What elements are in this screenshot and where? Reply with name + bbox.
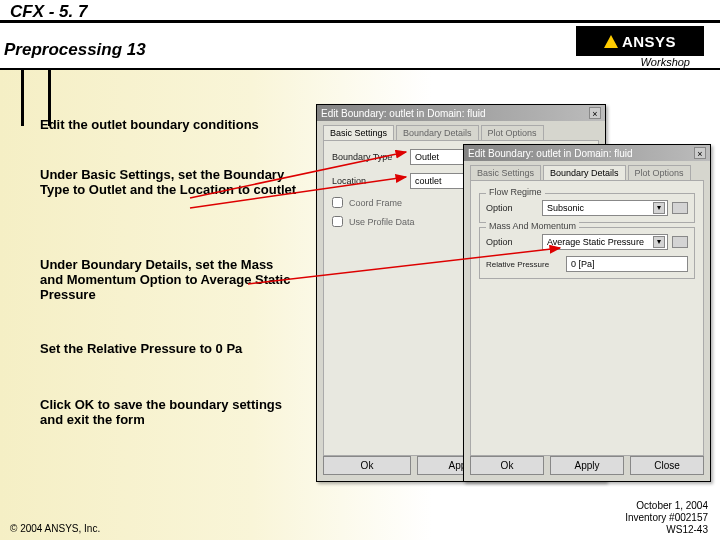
title-line-1: CFX - 5. 7: [10, 2, 87, 22]
edit-boundary-dialog-details: Edit Boundary: outlet in Domain: fluid ×…: [463, 144, 711, 482]
chevron-down-icon[interactable]: ▾: [653, 236, 665, 248]
instruction-4: Set the Relative Pressure to 0 Pa: [40, 342, 300, 357]
header-divider: [0, 20, 720, 23]
flow-option-label: Option: [486, 203, 536, 213]
instruction-5: Click OK to save the boundary settings a…: [40, 398, 300, 428]
dialog2-title: Edit Boundary: outlet in Domain: fluid: [468, 148, 633, 159]
mm-option-value: Average Static Pressure: [547, 237, 644, 247]
footer-inventory: Inventory #002157: [625, 512, 708, 524]
instruction-2: Under Basic Settings, set the Boundary T…: [40, 168, 300, 198]
location-value: coutlet: [415, 176, 442, 186]
boundary-type-label: Boundary Type: [332, 152, 404, 162]
chevron-down-icon[interactable]: ▾: [653, 202, 665, 214]
footer-meta: October 1, 2004 Inventory #002157 WS12-4…: [625, 500, 708, 536]
flow-option-value: Subsonic: [547, 203, 584, 213]
instruction-1: Edit the outlet boundary conditions: [40, 118, 300, 133]
mass-momentum-group: Mass And Momentum Option Average Static …: [479, 227, 695, 279]
relative-pressure-input[interactable]: [566, 256, 688, 272]
location-label: Location: [332, 176, 404, 186]
tab-basic-settings[interactable]: Basic Settings: [323, 125, 394, 140]
coord-frame-checkbox[interactable]: Coord Frame: [332, 197, 402, 208]
dialog1-title: Edit Boundary: outlet in Domain: fluid: [321, 108, 486, 119]
close-icon[interactable]: ×: [589, 107, 601, 119]
tab-plot-options[interactable]: Plot Options: [628, 165, 691, 180]
tab-boundary-details[interactable]: Boundary Details: [543, 165, 626, 180]
logo-triangle-icon: [604, 35, 618, 48]
apply-button[interactable]: Apply: [550, 456, 624, 475]
ok-button[interactable]: Ok: [470, 456, 544, 475]
dialog2-panel: Flow Regime Option Subsonic ▾ Mass And M…: [470, 180, 704, 456]
mass-momentum-title: Mass And Momentum: [486, 221, 579, 231]
use-profile-data-check[interactable]: [332, 216, 343, 227]
mm-option-dropdown[interactable]: Average Static Pressure ▾: [542, 234, 668, 250]
mm-expand-button[interactable]: [672, 236, 688, 248]
dialog2-buttons: Ok Apply Close: [470, 456, 704, 475]
coord-frame-check[interactable]: [332, 197, 343, 208]
use-profile-data-checkbox[interactable]: Use Profile Data: [332, 216, 415, 227]
flow-regime-group: Flow Regime Option Subsonic ▾: [479, 193, 695, 223]
instruction-3: Under Boundary Details, set the Mass and…: [40, 258, 300, 303]
footer-page: WS12-43: [625, 524, 708, 536]
dialog2-titlebar[interactable]: Edit Boundary: outlet in Domain: fluid ×: [464, 145, 710, 161]
dialog1-tabs: Basic Settings Boundary Details Plot Opt…: [317, 121, 605, 140]
footer-date: October 1, 2004: [625, 500, 708, 512]
tab-basic-settings[interactable]: Basic Settings: [470, 165, 541, 180]
close-icon[interactable]: ×: [694, 147, 706, 159]
header: CFX - 5. 7 Preprocessing 13 ANSYS Worksh…: [0, 0, 720, 70]
ansys-logo: ANSYS: [576, 26, 704, 56]
boundary-type-value: Outlet: [415, 152, 439, 162]
ok-button[interactable]: Ok: [323, 456, 411, 475]
tab-boundary-details[interactable]: Boundary Details: [396, 125, 479, 140]
close-button[interactable]: Close: [630, 456, 704, 475]
workshop-label: Workshop: [640, 56, 690, 68]
mm-option-label: Option: [486, 237, 536, 247]
logo-text: ANSYS: [622, 33, 676, 50]
flow-regime-title: Flow Regime: [486, 187, 545, 197]
decorative-vline-1: [21, 70, 24, 126]
dialog1-titlebar[interactable]: Edit Boundary: outlet in Domain: fluid ×: [317, 105, 605, 121]
footer-copyright: © 2004 ANSYS, Inc.: [10, 523, 100, 534]
flow-regime-expand-button[interactable]: [672, 202, 688, 214]
tab-plot-options[interactable]: Plot Options: [481, 125, 544, 140]
dialog2-tabs: Basic Settings Boundary Details Plot Opt…: [464, 161, 710, 180]
title-line-2: Preprocessing 13: [4, 40, 146, 60]
relative-pressure-label: Relative Pressure: [486, 260, 560, 269]
flow-option-dropdown[interactable]: Subsonic ▾: [542, 200, 668, 216]
coord-frame-label: Coord Frame: [349, 198, 402, 208]
use-profile-data-label: Use Profile Data: [349, 217, 415, 227]
slide: CFX - 5. 7 Preprocessing 13 ANSYS Worksh…: [0, 0, 720, 540]
